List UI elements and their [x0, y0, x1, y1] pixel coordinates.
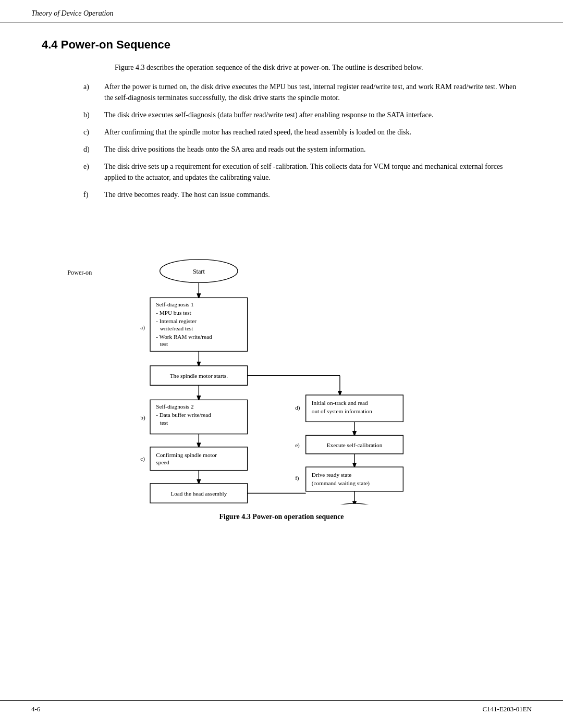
header-title: Theory of Device Operation	[31, 9, 113, 17]
section-number: 4.4	[42, 38, 58, 51]
sd1-line6: test	[160, 341, 168, 347]
intro-text: Figure 4.3 describes the operation seque…	[115, 64, 423, 71]
itrack-line2: out of system information	[312, 408, 372, 414]
list-text-c: After confirming that the spindle motor …	[104, 127, 521, 138]
list-item: d) The disk drive positions the heads on…	[83, 144, 521, 155]
section-title: 4.4 Power-on Sequence	[42, 38, 521, 52]
figure-caption-text: Figure 4.3 Power-on operation sequence	[219, 513, 344, 521]
load-head-label: Load the head assembly	[170, 490, 227, 497]
sd1-line1: Self-diagnosis 1	[156, 301, 193, 307]
list-label-a: a)	[83, 81, 104, 103]
sd1-line2: - MPU bus test	[156, 310, 191, 316]
confirm-spindle-line2: speed	[156, 459, 169, 465]
sd1-line3: - Internal register	[156, 318, 197, 324]
list-item: b) The disk drive executes self-diagnosi…	[83, 109, 521, 120]
page-footer: 4-6 C141-E203-01EN	[0, 700, 563, 718]
list-label-e: e)	[83, 161, 104, 183]
list-item: f) The drive becomes ready. The host can…	[83, 189, 521, 200]
list-label-f: f)	[83, 189, 104, 200]
drive-ready-line1: Drive ready state	[312, 472, 351, 478]
list-text-e: The disk drive sets up a requirement for…	[104, 161, 521, 183]
sd1-line4: write/read test	[160, 325, 194, 331]
spindle-starts-label: The spindle motor starts.	[170, 373, 228, 379]
list-item: a) After the power is turned on, the dis…	[83, 81, 521, 103]
footer-left: 4-6	[31, 705, 40, 713]
list-label-c: c)	[83, 127, 104, 138]
label-b: b)	[140, 414, 145, 421]
intro-paragraph: Figure 4.3 describes the operation seque…	[115, 62, 521, 73]
drive-ready-line2: (command waiting state)	[312, 480, 370, 487]
figure-caption: Figure 4.3 Power-on operation sequence	[63, 513, 500, 521]
list-item: e) The disk drive sets up a requirement …	[83, 161, 521, 183]
power-on-label: Power-on	[67, 269, 92, 276]
list-label-b: b)	[83, 109, 104, 120]
list-text-d: The disk drive positions the heads onto …	[104, 144, 521, 155]
list-text-f: The drive becomes ready. The host can is…	[104, 189, 521, 200]
list-text-b: The disk drive executes self-diagnosis (…	[104, 109, 521, 120]
section-name: Power-on Sequence	[61, 38, 170, 51]
list-item: c) After confirming that the spindle mot…	[83, 127, 521, 138]
list-items: a) After the power is turned on, the dis…	[83, 81, 521, 200]
label-a: a)	[140, 324, 145, 331]
page-content: 4.4 Power-on Sequence Figure 4.3 describ…	[0, 22, 563, 563]
list-text-a: After the power is turned on, the disk d…	[104, 81, 521, 103]
footer-right: C141-E203-01EN	[482, 705, 532, 713]
end-shape	[325, 503, 384, 504]
label-e: e)	[295, 442, 300, 449]
exec-cal-label: Execute self-calibration	[327, 442, 383, 448]
itrack-line1: Initial on-track and read	[312, 400, 368, 406]
sd2-line2: - Data buffer write/read	[156, 412, 211, 418]
sd2-line1: Self-diagnosis 2	[156, 403, 193, 410]
sd2-line3: test	[160, 419, 168, 426]
flowchart: Power-on Start Self-diagnosis 1 - MPU bu…	[63, 213, 500, 521]
confirm-spindle-box	[150, 447, 248, 471]
confirm-spindle-line1: Confirming spindle motor	[156, 452, 217, 458]
label-f: f)	[295, 475, 299, 482]
sd1-line5: - Work RAM write/read	[156, 334, 212, 340]
drive-ready-box	[306, 467, 403, 491]
label-d: d)	[295, 404, 300, 411]
flowchart-svg: Power-on Start Self-diagnosis 1 - MPU bu…	[63, 213, 500, 504]
label-c: c)	[140, 455, 145, 462]
page: Theory of Device Operation 4.4 Power-on …	[0, 0, 563, 728]
start-label: Start	[193, 268, 205, 275]
list-label-d: d)	[83, 144, 104, 155]
page-header: Theory of Device Operation	[0, 0, 563, 22]
